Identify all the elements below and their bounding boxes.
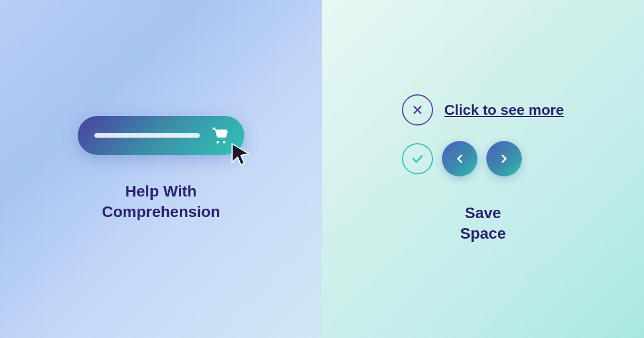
left-panel-title: Help With Comprehension xyxy=(102,181,220,222)
search-pill xyxy=(78,116,244,155)
click-to-see-more-link[interactable]: Click to see more xyxy=(444,102,564,119)
top-row: Click to see more xyxy=(402,94,564,125)
check-circle-icon xyxy=(402,143,433,174)
close-circle-icon xyxy=(402,94,433,125)
right-panel-title: Save Space xyxy=(322,203,644,244)
right-content: Click to see more xyxy=(402,94,564,176)
left-panel: Help With Comprehension xyxy=(0,0,322,338)
search-bar-illustration xyxy=(78,116,244,155)
bottom-row xyxy=(402,141,522,176)
cursor-icon xyxy=(228,142,254,170)
prev-button[interactable] xyxy=(442,141,477,176)
next-button[interactable] xyxy=(486,141,522,176)
svg-point-0 xyxy=(217,141,219,144)
search-bar-line xyxy=(94,133,200,138)
right-panel: Click to see more Save Space xyxy=(322,0,644,338)
svg-marker-2 xyxy=(232,144,249,165)
svg-point-1 xyxy=(223,141,225,144)
